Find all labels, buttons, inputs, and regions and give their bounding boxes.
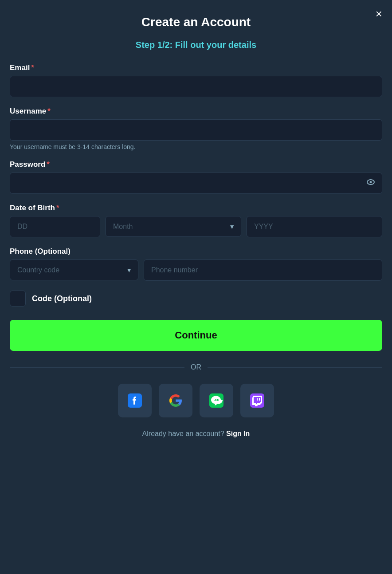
google-icon bbox=[169, 393, 183, 408]
password-label: Password* bbox=[10, 160, 382, 169]
modal-title: Create an Account bbox=[10, 15, 382, 29]
dob-row: Month January February March April May J… bbox=[10, 216, 382, 237]
google-login-button[interactable] bbox=[159, 384, 192, 417]
code-optional-label: Code (Optional) bbox=[32, 294, 92, 303]
email-label: Email* bbox=[10, 63, 382, 72]
modal-subtitle: Step 1/2: Fill out your details bbox=[10, 40, 382, 50]
modal-container: × Create an Account Step 1/2: Fill out y… bbox=[0, 0, 392, 574]
close-button[interactable]: × bbox=[376, 8, 382, 20]
username-field-group: Username* Your username must be 3-14 cha… bbox=[10, 107, 382, 150]
password-input[interactable] bbox=[10, 173, 382, 194]
username-input[interactable] bbox=[10, 119, 382, 141]
dob-required-star: * bbox=[56, 204, 59, 212]
dob-field-group: Date of Birth* Month January February Ma… bbox=[10, 204, 382, 237]
twitch-icon bbox=[250, 393, 264, 408]
facebook-icon bbox=[128, 393, 142, 408]
username-required-star: * bbox=[47, 107, 51, 115]
dob-label: Date of Birth* bbox=[10, 204, 382, 212]
facebook-login-button[interactable] bbox=[118, 384, 152, 417]
country-code-wrapper: Country code +1 (US) +44 (UK) +81 (JP) +… bbox=[10, 259, 138, 281]
or-line-left bbox=[10, 367, 184, 368]
email-field-group: Email* bbox=[10, 63, 382, 97]
country-code-select[interactable]: Country code +1 (US) +44 (UK) +81 (JP) +… bbox=[10, 259, 138, 280]
or-divider: OR bbox=[10, 363, 382, 371]
dob-day-wrapper bbox=[10, 216, 100, 237]
eye-icon bbox=[365, 177, 376, 188]
continue-button[interactable]: Continue bbox=[10, 320, 382, 351]
dob-year-input[interactable] bbox=[247, 216, 382, 237]
twitch-login-button[interactable] bbox=[240, 384, 274, 417]
password-wrapper bbox=[10, 173, 382, 194]
dob-year-wrapper bbox=[247, 216, 382, 237]
email-input[interactable] bbox=[10, 76, 382, 97]
social-buttons-row bbox=[10, 384, 382, 417]
or-line-right bbox=[208, 367, 382, 368]
dob-month-select[interactable]: Month January February March April May J… bbox=[106, 216, 241, 237]
phone-label: Phone (Optional) bbox=[10, 247, 382, 256]
or-text: OR bbox=[191, 363, 201, 371]
line-icon bbox=[209, 393, 223, 408]
code-optional-checkbox[interactable] bbox=[10, 291, 26, 307]
password-field-group: Password* bbox=[10, 160, 382, 194]
email-required-star: * bbox=[31, 63, 34, 72]
code-optional-row: Code (Optional) bbox=[10, 291, 382, 307]
signin-text: Already have an account? Sign In bbox=[10, 430, 382, 438]
line-login-button[interactable] bbox=[200, 384, 233, 417]
password-required-star: * bbox=[47, 160, 50, 169]
username-hint: Your username must be 3-14 characters lo… bbox=[10, 143, 382, 150]
username-label: Username* bbox=[10, 107, 382, 116]
phone-row: Country code +1 (US) +44 (UK) +81 (JP) +… bbox=[10, 259, 382, 281]
dob-day-input[interactable] bbox=[10, 216, 100, 237]
dob-month-wrapper: Month January February March April May J… bbox=[106, 216, 241, 237]
phone-field-group: Phone (Optional) Country code +1 (US) +4… bbox=[10, 247, 382, 281]
svg-point-1 bbox=[370, 181, 372, 183]
phone-number-wrapper bbox=[144, 259, 382, 281]
toggle-password-button[interactable] bbox=[365, 177, 376, 190]
phone-number-input[interactable] bbox=[144, 259, 382, 281]
signin-link[interactable]: Sign In bbox=[226, 430, 250, 437]
